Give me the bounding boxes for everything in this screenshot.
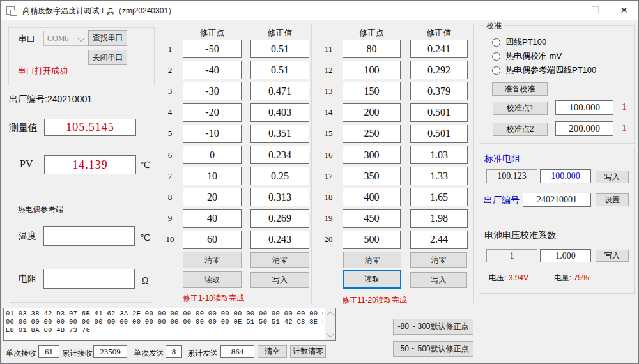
- correction-value-input[interactable]: [410, 188, 468, 206]
- correction-value-input[interactable]: [250, 188, 309, 206]
- clear-values-button[interactable]: 清零: [250, 252, 309, 268]
- prepare-calibration-button[interactable]: 准备校准: [492, 82, 548, 96]
- correction-point-input[interactable]: [343, 188, 401, 206]
- correction-value-input[interactable]: [250, 82, 309, 100]
- hex-log-scrollbar[interactable]: [325, 308, 335, 340]
- correction-value-input[interactable]: [250, 209, 309, 228]
- hex-log-box[interactable]: 01 03 38 42 D3 07 6B 41 62 3A 2F 00 00 0…: [3, 308, 336, 341]
- correction-point-input[interactable]: [183, 231, 242, 249]
- read-button[interactable]: 读取: [343, 270, 401, 289]
- clear-points-button[interactable]: 清零: [343, 252, 401, 268]
- correction-value-input[interactable]: [250, 146, 309, 164]
- clear-log-button[interactable]: 清空: [258, 345, 287, 358]
- correction-point-input[interactable]: [343, 167, 401, 185]
- close-port-button[interactable]: 关闭串口: [88, 50, 127, 65]
- resistance-input[interactable]: [43, 269, 135, 289]
- clear-values-button[interactable]: 清零: [410, 252, 467, 268]
- correction-value-input[interactable]: [250, 167, 309, 185]
- scroll-down-icon[interactable]: [327, 330, 334, 337]
- correction-value-input[interactable]: [250, 125, 309, 143]
- battery-coefficient-input[interactable]: 1.000: [540, 249, 591, 262]
- rx-count-box[interactable]: 61: [38, 345, 59, 358]
- radio-icon: [492, 66, 500, 75]
- factory-number-set-button[interactable]: 设置: [596, 193, 629, 206]
- row-number: 6: [157, 150, 183, 160]
- rx-total-label: 累计接收: [62, 348, 93, 359]
- calibration-point2-button[interactable]: 校准点2: [493, 123, 548, 136]
- correction-point-input[interactable]: [183, 103, 242, 122]
- correction-point-input[interactable]: [343, 146, 401, 164]
- correction-point-input[interactable]: [183, 167, 242, 185]
- calibration-point2-value[interactable]: 200.000: [555, 121, 613, 136]
- correction-value-input[interactable]: [410, 231, 468, 249]
- radio-thermocouple-mv[interactable]: 热电偶校准 mV: [492, 51, 562, 61]
- correction-point-input[interactable]: [343, 61, 401, 79]
- correction-point-input[interactable]: [343, 209, 401, 228]
- correction-point-input[interactable]: [183, 82, 242, 100]
- table-row: 7: [157, 165, 311, 186]
- read-button[interactable]: 读取: [183, 271, 242, 288]
- radio-icon: [492, 38, 500, 47]
- calibration-point1-value[interactable]: 100.000: [555, 100, 613, 115]
- correction-value-input[interactable]: [410, 209, 468, 228]
- scroll-up-icon[interactable]: [327, 311, 334, 318]
- factory-number-label: 出厂编号: [484, 195, 520, 206]
- factory-number-input[interactable]: 240210001: [523, 193, 591, 207]
- correction-point-input[interactable]: [183, 146, 242, 164]
- standard-resistance-write-button[interactable]: 写入: [596, 171, 629, 183]
- correction-point-input[interactable]: [183, 188, 242, 206]
- correction-point-input[interactable]: [343, 125, 401, 143]
- correction-point-input[interactable]: [343, 103, 401, 122]
- radio-4wire-pt100[interactable]: 四线PT100: [492, 37, 546, 47]
- clear-points-button[interactable]: 清零: [183, 252, 242, 268]
- find-port-button[interactable]: 查找串口: [88, 30, 127, 46]
- correction-value-input[interactable]: [410, 103, 468, 122]
- correction-point-input[interactable]: [343, 82, 401, 100]
- rx-total-box[interactable]: 23509: [93, 345, 127, 358]
- correction-value-input[interactable]: [410, 125, 468, 143]
- correction-value-input[interactable]: [250, 103, 309, 122]
- correction-value-input[interactable]: [410, 82, 468, 100]
- row-number: 18: [318, 192, 339, 202]
- temperature-input[interactable]: [43, 226, 135, 246]
- correction-value-input[interactable]: [250, 40, 309, 58]
- close-button[interactable]: ×: [610, 1, 638, 19]
- radio-tc-ref-4wire-pt100[interactable]: 热电偶参考端四线PT100: [492, 65, 596, 75]
- resistance-unit: Ω: [142, 275, 148, 285]
- correction-value-input[interactable]: [250, 231, 309, 249]
- correction-point-input[interactable]: [183, 125, 242, 143]
- maximize-button[interactable]: [581, 1, 610, 19]
- calibration-point1-button[interactable]: 校准点1: [493, 102, 548, 115]
- com-port-select[interactable]: COM6: [43, 31, 90, 46]
- default-points-neg50-500-button[interactable]: -50 ~ 500默认修正点: [393, 341, 473, 357]
- correction-point-input[interactable]: [343, 231, 401, 249]
- correction-point-input[interactable]: [343, 40, 401, 58]
- correction-value-input[interactable]: [410, 146, 468, 164]
- correction-point-input[interactable]: [183, 61, 242, 79]
- pv-value-box[interactable]: 14.139: [44, 155, 136, 174]
- correction-value-input[interactable]: [410, 167, 468, 185]
- correction-point-input[interactable]: [183, 40, 242, 58]
- default-points-neg80-300-button[interactable]: -80 ~ 300默认修正点: [393, 319, 473, 335]
- measure-value-box[interactable]: 105.5145: [44, 119, 136, 136]
- row-number: 16: [318, 150, 339, 160]
- radio-icon: [492, 52, 500, 61]
- standard-resistance-input[interactable]: 100.000: [540, 169, 591, 183]
- write-button[interactable]: 写入: [250, 272, 309, 288]
- correction-value-input[interactable]: [410, 61, 468, 79]
- reset-counters-button[interactable]: 计数清零: [290, 345, 326, 358]
- value-header: 修正值: [410, 27, 468, 39]
- tx-count-box[interactable]: 8: [166, 345, 182, 358]
- radio-label: 热电偶校准 mV: [505, 50, 562, 62]
- battery-coefficient-write-button[interactable]: 写入: [596, 250, 629, 262]
- correction-value-input[interactable]: [250, 61, 309, 79]
- battery-coefficient-label: 电池电压校准系数: [484, 230, 556, 241]
- correction-point-input[interactable]: [183, 209, 242, 228]
- tx-total-box[interactable]: 864: [220, 345, 254, 358]
- row-number: 19: [318, 213, 339, 224]
- table-row: 16: [318, 144, 473, 165]
- minimize-button[interactable]: [552, 1, 581, 19]
- write-button[interactable]: 写入: [410, 272, 467, 288]
- correction-value-input[interactable]: [410, 40, 468, 58]
- table-row: 6: [157, 144, 311, 165]
